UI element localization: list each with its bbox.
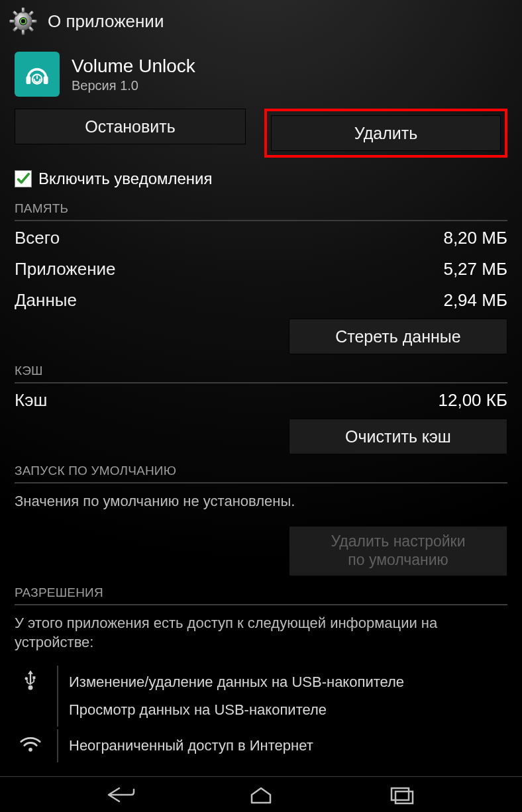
checkbox-icon	[15, 170, 32, 187]
app-name: Volume Unlock	[72, 56, 195, 77]
svg-rect-2	[22, 29, 25, 34]
svg-point-19	[25, 677, 28, 680]
storage-app-value: 5,27 МБ	[443, 259, 507, 279]
svg-point-20	[28, 748, 32, 752]
clear-defaults-line1: Удалить настройки	[331, 533, 465, 551]
action-bar: О приложении	[0, 0, 522, 42]
uninstall-button[interactable]: Удалить	[271, 115, 501, 151]
storage-total-row: Всего 8,20 МБ	[15, 221, 507, 252]
settings-gear-icon	[8, 6, 38, 36]
section-defaults-title: ЗАПУСК ПО УМОЛЧАНИЮ	[15, 464, 507, 483]
notifications-label: Включить уведомления	[38, 170, 213, 188]
permission-item: Изменение/удаление данных на USB-накопит…	[69, 668, 507, 696]
permission-item: Просмотр данных на USB-накопителе	[69, 696, 507, 724]
svg-rect-18	[32, 676, 35, 679]
cache-value: 12,00 КБ	[439, 390, 508, 411]
svg-rect-4	[31, 20, 36, 23]
nav-home-button[interactable]	[241, 782, 281, 808]
uninstall-highlight: Удалить	[264, 109, 507, 158]
svg-point-17	[28, 685, 33, 690]
svg-rect-11	[26, 76, 31, 84]
svg-rect-22	[395, 791, 413, 803]
usb-icon	[15, 666, 46, 727]
storage-data-row: Данные 2,94 МБ	[15, 283, 507, 315]
notifications-checkbox-row[interactable]: Включить уведомления	[15, 170, 507, 188]
divider-icon	[57, 666, 58, 727]
clear-defaults-line2: по умолчанию	[348, 551, 448, 570]
defaults-status: Значения по умолчанию не установлены.	[15, 483, 507, 522]
nav-recent-button[interactable]	[382, 782, 421, 808]
section-permissions-title: РАЗРЕШЕНИЯ	[15, 585, 507, 605]
navigation-bar	[0, 776, 522, 812]
app-header: Volume Unlock Версия 1.0	[15, 52, 507, 97]
divider-icon	[57, 729, 58, 762]
section-storage-title: ПАМЯТЬ	[15, 201, 507, 221]
svg-rect-21	[392, 788, 409, 800]
storage-data-value: 2,94 МБ	[443, 290, 507, 311]
svg-rect-15	[36, 76, 38, 79]
storage-data-label: Данные	[15, 290, 77, 311]
svg-rect-12	[44, 76, 48, 84]
storage-app-row: Приложение 5,27 МБ	[15, 252, 507, 283]
section-cache-title: КЭШ	[15, 364, 507, 383]
clear-data-button[interactable]: Стереть данные	[289, 319, 507, 354]
cache-row: Кэш 12,00 КБ	[15, 383, 507, 415]
storage-app-label: Приложение	[15, 259, 116, 279]
force-stop-button[interactable]: Остановить	[15, 109, 246, 144]
wifi-icon	[15, 729, 46, 762]
clear-defaults-button: Удалить настройки по умолчанию	[289, 526, 507, 576]
permission-item: Неограниченный доступ в Интернет	[69, 732, 507, 760]
svg-rect-3	[9, 20, 15, 23]
cache-label: Кэш	[15, 390, 47, 411]
app-icon	[15, 52, 60, 97]
storage-total-label: Всего	[15, 228, 60, 248]
permissions-intro: У этого приложения есть доступ к следующ…	[15, 605, 507, 663]
clear-cache-button[interactable]: Очистить кэш	[289, 419, 507, 454]
svg-rect-1	[22, 7, 25, 13]
app-version: Версия 1.0	[72, 78, 195, 93]
nav-back-button[interactable]	[101, 782, 140, 808]
storage-total-value: 8,20 МБ	[443, 228, 507, 248]
permission-group-wifi: Неограниченный доступ в Интернет	[15, 729, 507, 762]
permission-group-usb: Изменение/удаление данных на USB-накопит…	[15, 666, 507, 727]
action-bar-title: О приложении	[48, 11, 164, 32]
